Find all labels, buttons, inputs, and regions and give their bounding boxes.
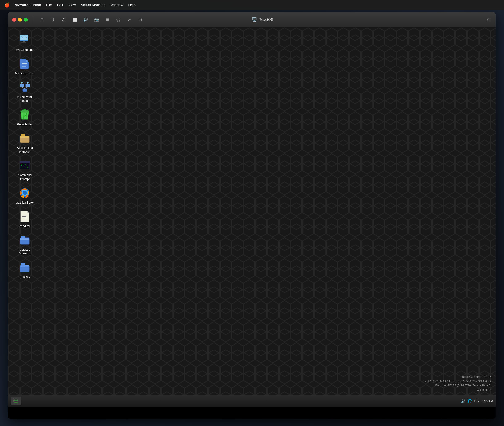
svg-rect-5: [22, 64, 27, 64]
command-prompt-label: Command Prompt: [13, 173, 37, 181]
desktop-icon-read-me[interactable]: Read Me: [12, 208, 37, 230]
taskbar: 🔊 🌐 EN 9:53 AM: [8, 395, 496, 407]
vmware-window: ⊟ ⟨⟩ 🖨 ⬜ 🔊 📷 ⊞ 🎧 ⤢ ◁ 🖥️ ReactOS ⧉: [8, 12, 496, 419]
titlebar-icon-display[interactable]: ⬜: [71, 16, 78, 23]
svg-point-39: [16, 402, 18, 403]
mozilla-firefox-icon: [18, 186, 31, 199]
desktop-icon-my-documents[interactable]: My Documents: [12, 55, 37, 77]
desktop-icon-vmware-shared[interactable]: VMware Shared...: [12, 231, 37, 257]
reactos-desktop[interactable]: My Computer My Documents: [8, 27, 496, 407]
tray-network-icon[interactable]: 🌐: [467, 399, 472, 404]
read-me-icon: [18, 210, 31, 223]
apple-logo[interactable]: 🍎: [4, 2, 10, 8]
titlebar-icon-camera[interactable]: 📷: [93, 16, 100, 23]
desktop-icon-applications-manager[interactable]: Applications Manager: [12, 129, 37, 155]
svg-text:♻: ♻: [23, 114, 26, 117]
recycle-bin-label: Recycle Bin: [17, 122, 33, 126]
mozilla-firefox-label: Mozilla Firefox: [15, 201, 34, 205]
recycle-bin-icon: ♻: [18, 108, 31, 121]
titlebar-icon-print[interactable]: 🖨: [60, 16, 67, 23]
svg-rect-8: [20, 84, 24, 87]
desktop-icon-recycle-bin[interactable]: ♻ Recycle Bin: [12, 106, 37, 128]
my-network-icon: [18, 80, 31, 94]
my-network-label: My Network Places: [13, 95, 37, 102]
start-button[interactable]: [10, 397, 22, 405]
desktop-icon-runrev[interactable]: RunRev: [12, 259, 37, 281]
svg-rect-10: [23, 89, 27, 92]
titlebar-icon-audio[interactable]: 🔊: [82, 16, 89, 23]
minimize-button[interactable]: [18, 18, 22, 22]
window-titlebar: ⊟ ⟨⟩ 🖨 ⬜ 🔊 📷 ⊞ 🎧 ⤢ ◁ 🖥️ ReactOS ⧉: [8, 12, 496, 27]
menu-window[interactable]: Window: [110, 3, 123, 7]
svg-point-27: [23, 191, 27, 195]
desktop-icon-command-prompt[interactable]: C:\> _ dir /w Command Prompt: [12, 157, 37, 183]
runrev-label: RunRev: [20, 275, 30, 279]
vmware-shared-icon: [18, 233, 31, 247]
desktop-icon-my-network[interactable]: My Network Places: [12, 78, 37, 104]
window-title: 🖥️ ReactOS: [252, 17, 273, 22]
desktop-icon-my-computer[interactable]: My Computer: [12, 31, 37, 53]
my-documents-icon: [18, 57, 31, 70]
my-computer-label: My Computer: [16, 48, 34, 52]
menu-view[interactable]: View: [68, 3, 76, 7]
titlebar-icon-back[interactable]: ◁: [136, 16, 144, 23]
menu-virtual-machine[interactable]: Virtual Machine: [81, 3, 105, 7]
mac-menubar: 🍎 VMware Fusion File Edit View Virtual M…: [0, 0, 504, 10]
titlebar-icon-grid[interactable]: ⊞: [104, 16, 111, 23]
version-line2: Build 20230916-0.4.14-release-92-g530e23…: [423, 379, 491, 383]
read-me-label: Read Me: [19, 224, 31, 228]
my-computer-icon: [18, 33, 31, 47]
version-line3: Reporting NT 5.2 (Build 3790: Service Pa…: [423, 383, 491, 388]
svg-point-37: [16, 399, 18, 401]
taskbar-clock: 9:53 AM: [482, 399, 493, 403]
tray-keyboard-icon[interactable]: EN: [474, 399, 479, 403]
titlebar-icon-code[interactable]: ⟨⟩: [49, 16, 57, 23]
desktop-icons-container: My Computer My Documents: [12, 31, 37, 281]
titlebar-right: ⧉: [485, 17, 491, 23]
svg-rect-9: [26, 84, 30, 87]
svg-rect-31: [22, 219, 26, 219]
version-info: ReactOS Version 0.4.14 Build 20230916-0.…: [423, 375, 491, 392]
menu-file[interactable]: File: [46, 3, 52, 7]
svg-rect-29: [22, 216, 26, 217]
svg-rect-3: [22, 42, 27, 43]
window-restore-button[interactable]: ⧉: [485, 17, 491, 23]
svg-rect-7: [22, 66, 27, 67]
svg-rect-33: [21, 236, 25, 238]
window-title-text: ReactOS: [259, 18, 273, 22]
menu-help[interactable]: Help: [128, 3, 136, 7]
command-prompt-icon: C:\> _ dir /w: [18, 158, 31, 172]
svg-line-11: [22, 87, 25, 89]
taskbar-tray: 🔊 🌐 EN 9:53 AM: [461, 399, 493, 404]
svg-rect-21: [20, 161, 30, 163]
svg-rect-34: [21, 263, 25, 266]
applications-manager-label: Applications Manager: [13, 146, 37, 154]
titlebar-icon-headphone[interactable]: 🎧: [115, 16, 122, 23]
menu-edit[interactable]: Edit: [57, 3, 63, 7]
svg-rect-6: [22, 65, 26, 65]
close-button[interactable]: [12, 18, 16, 22]
svg-point-35: [14, 399, 19, 404]
maximize-button[interactable]: [24, 18, 28, 22]
svg-rect-2: [23, 41, 25, 42]
svg-line-12: [25, 87, 28, 89]
titlebar-icon-panel[interactable]: ⊟: [38, 16, 46, 23]
svg-text:dir /w: dir /w: [21, 166, 28, 168]
vmware-shared-label: VMware Shared...: [13, 248, 37, 255]
titlebar-icon-expand[interactable]: ⤢: [125, 16, 133, 23]
version-line1: ReactOS Version 0.4.14: [423, 375, 491, 379]
svg-rect-30: [22, 218, 27, 218]
applications-manager-icon: [18, 131, 31, 145]
window-title-icon: 🖥️: [252, 17, 257, 22]
version-line4: C:\ReactOS: [423, 388, 491, 392]
svg-rect-28: [22, 215, 27, 215]
runrev-icon: [18, 260, 31, 274]
svg-rect-18: [21, 134, 25, 136]
tray-volume-icon[interactable]: 🔊: [461, 399, 465, 404]
menu-app-name[interactable]: VMware Fusion: [15, 3, 41, 7]
svg-rect-19: [20, 137, 29, 138]
svg-point-36: [14, 399, 15, 401]
svg-point-38: [14, 402, 15, 403]
desktop-icon-mozilla-firefox[interactable]: Mozilla Firefox: [12, 184, 37, 206]
titlebar-separator: [33, 16, 33, 23]
